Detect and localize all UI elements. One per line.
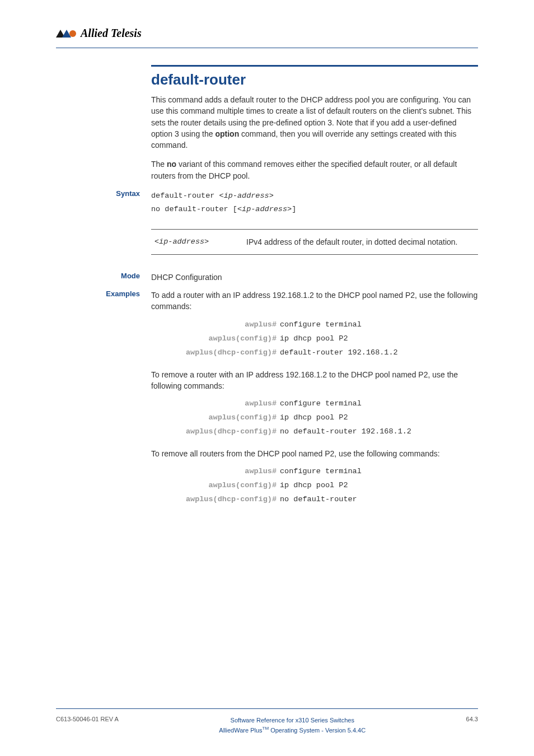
example-2-text: To remove a router with an IP address 19…: [151, 369, 478, 392]
intro-paragraph-1: This command adds a default router to th…: [151, 94, 478, 151]
param-description: IPv4 address of the default router, in d…: [246, 237, 478, 246]
title-rule: [151, 65, 478, 67]
footer-center: Software Reference for x310 Series Switc…: [119, 716, 466, 735]
list-item: awplus(config)# ip dhcp pool P2: [151, 334, 478, 343]
list-item: awplus(dhcp-config)# default-router 192.…: [151, 348, 478, 357]
example-3-commands: awplus# configure terminal awplus(config…: [151, 467, 478, 503]
text: AlliedWare Plus: [219, 727, 262, 734]
cmd-prompt: awplus(dhcp-config)#: [151, 348, 280, 357]
cmd-text: ip dhcp pool P2: [280, 481, 348, 489]
cmd-text: no default-router: [280, 495, 357, 503]
examples-label: Examples: [56, 290, 146, 298]
cmd-prompt: awplus#: [151, 399, 280, 408]
text: The: [151, 160, 167, 169]
logo-mark-icon: [56, 29, 77, 39]
list-item: awplus# configure terminal: [151, 320, 478, 329]
footer-line-1: Software Reference for x310 Series Switc…: [119, 716, 466, 725]
trademark-icon: TM: [263, 726, 269, 731]
text: variant of this command removes either t…: [151, 160, 457, 180]
mode-text: DHCP Configuration: [151, 272, 478, 283]
syntax-label: Syntax: [56, 189, 146, 198]
text-bold: no: [167, 160, 176, 169]
cmd-prompt: awplus(config)#: [151, 334, 280, 343]
syntax-line-1: default-router <ip-address>: [151, 189, 478, 203]
parameter-table: <ip-address> IPv4 address of the default…: [151, 229, 478, 255]
example-2-commands: awplus# configure terminal awplus(config…: [151, 399, 478, 436]
logo-text: Allied Telesis: [81, 27, 142, 40]
list-item: awplus(dhcp-config)# no default-router 1…: [151, 427, 478, 436]
cmd-prompt: awplus#: [151, 320, 280, 329]
cmd-text: configure terminal: [280, 399, 362, 408]
cmd-prompt: awplus(dhcp-config)#: [151, 495, 280, 503]
footer-right: 64.3: [466, 716, 478, 722]
header-rule: [56, 48, 478, 48]
cmd-text: no default-router 192.168.1.2: [280, 427, 411, 436]
text-bold: option: [215, 129, 239, 138]
param-name: <ip-address>: [151, 237, 246, 246]
cmd-prompt: awplus(config)#: [151, 481, 280, 489]
footer-line-2: AlliedWare PlusTM Operating System - Ver…: [119, 725, 466, 735]
page-title: default-router: [151, 71, 478, 88]
footer-left: C613-50046-01 REV A: [56, 716, 119, 722]
syntax-line-2: no default-router [<ip-address>]: [151, 203, 478, 216]
cmd-text: configure terminal: [280, 467, 362, 475]
cmd-text: ip dhcp pool P2: [280, 413, 348, 422]
mode-label: Mode: [56, 272, 146, 280]
footer-rule: [56, 708, 478, 709]
text: default-router <: [151, 192, 224, 200]
example-1-commands: awplus# configure terminal awplus(config…: [151, 320, 478, 357]
brand-logo: Allied Telesis: [56, 27, 478, 40]
cmd-text: ip dhcp pool P2: [280, 334, 348, 343]
cmd-prompt: awplus(config)#: [151, 413, 280, 422]
list-item: awplus(config)# ip dhcp pool P2: [151, 413, 478, 422]
list-item: awplus# configure terminal: [151, 399, 478, 408]
text: >: [269, 192, 274, 200]
list-item: awplus# configure terminal: [151, 467, 478, 475]
cmd-text: default-router 192.168.1.2: [280, 348, 398, 357]
example-1-text: To add a router with an IP address 192.1…: [151, 290, 478, 312]
svg-point-2: [69, 30, 76, 37]
cmd-prompt: awplus(dhcp-config)#: [151, 427, 280, 436]
text: >]: [287, 205, 296, 213]
text: ip-address: [224, 192, 269, 200]
cmd-prompt: awplus#: [151, 467, 280, 475]
text: Operating System - Version 5.4.4C: [269, 727, 366, 734]
text: no default-router [<: [151, 205, 242, 213]
table-row: <ip-address> IPv4 address of the default…: [151, 237, 478, 246]
text: ip-address: [242, 205, 287, 213]
list-item: awplus(config)# ip dhcp pool P2: [151, 481, 478, 489]
example-3-text: To remove all routers from the DHCP pool…: [151, 448, 478, 459]
intro-paragraph-2: The no variant of this command removes e…: [151, 158, 478, 181]
page-footer: C613-50046-01 REV A Software Reference f…: [56, 708, 478, 735]
list-item: awplus(dhcp-config)# no default-router: [151, 495, 478, 503]
cmd-text: configure terminal: [280, 320, 362, 329]
